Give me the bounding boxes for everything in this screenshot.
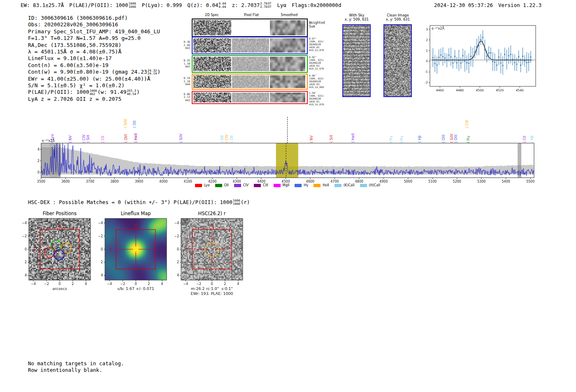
with-sky-panel [342, 24, 371, 97]
info-text: ID: 3006309616 (3006309616.pdf) [28, 15, 128, 21]
fiber-positions-title: Fiber Positions [43, 211, 77, 216]
lineflux-map-title: Lineflux Map [121, 211, 151, 216]
line-label-heii: ( HeII [351, 133, 355, 143]
header-plae-frac: 1000 1000 [128, 2, 136, 9]
info-text: (w: 91.49 [98, 89, 126, 95]
info-frac: 1000462 [90, 89, 97, 96]
cutout-2d-left-label: 0.192.10044 [179, 77, 190, 86]
line-label-heii: ( HeII [134, 133, 138, 143]
cutout-2d-cell [193, 75, 231, 88]
right-label-line: 0.96" [309, 74, 324, 77]
catalog-match-line: HSC-DEX : Possible Matches = 0 (within +… [28, 199, 250, 206]
legend-item: OII [215, 183, 229, 187]
hsc-cutout-panel [172, 216, 248, 298]
line-label-hβ: ( Hβ [530, 135, 534, 143]
cutout-2d-cell [232, 20, 269, 35]
info-text: F=1.3" T=0.127 N=1.57 A=0.95 g=25.0 [28, 35, 141, 42]
legend-label: (H)CaII [369, 183, 380, 187]
info-text: S/N = 5.1(±0.5) χ² = 1.0(±0.2) [28, 82, 125, 89]
header-plya: P(Lyα): 0.999 [142, 2, 182, 8]
legend-item: MgII [274, 183, 290, 187]
info-line: F=1.3" T=0.127 N=1.57 A=0.95 g=25.0 [28, 35, 160, 42]
header-flags: Flags:0x2000000d [292, 2, 341, 8]
legend-label: Lyα [204, 183, 210, 187]
line-label-siiv: ( SiIV [450, 134, 454, 143]
info-line: Cont(n) = 6.00(±3.50)e-19 [28, 62, 160, 69]
cutout-2d-cell [232, 93, 269, 102]
footer-note: No matching targets in catalog. Row inte… [28, 360, 124, 373]
legend-item: Lyα [195, 183, 210, 187]
cutout-2d-cell [193, 93, 231, 102]
header-version: Version 1.22.3 [498, 2, 541, 8]
legend-label: MgII [283, 183, 290, 187]
info-text: EWr = 41.00(±25.00) (w: 25.00(±4.40))Å [28, 76, 150, 82]
right-label-line: v026_03 [309, 64, 324, 67]
cutout-2d-right-label: 0.92"(509, 631)20200228v026_03419_LU_070 [309, 56, 324, 70]
legend-swatch [334, 184, 341, 187]
cutout-2d-cell [270, 20, 305, 35]
right-label-line: (509, 631) [309, 40, 324, 43]
cutout-2d-left-label: 0.251.34043 [179, 59, 190, 69]
legend-label: CIII [263, 183, 268, 187]
legend-item: HeII [314, 183, 329, 187]
cutout-2d-cell [193, 38, 231, 53]
info-text: ) [157, 69, 160, 75]
cutout-2d-left-label: 0.362.99043 [179, 41, 190, 50]
line-label-hβ: ( Hβ [418, 135, 422, 143]
line-label-oii: ( OII [230, 135, 234, 143]
info-line: Cont(w) = 9.90(±0.80)e-19 (gmag 24.23 24… [28, 69, 160, 75]
col-header-pixelflat: Pixel Flat [244, 13, 259, 17]
info-frac: 265.340.54 [127, 89, 136, 96]
legend-swatch [314, 184, 321, 187]
header-z: z: 2.7037 2.7037 2.7037 [232, 2, 272, 9]
line-label-siiv: ( SiIV [179, 134, 183, 143]
legend-item: (K)CaII [334, 183, 355, 187]
left-label-line: 043 [179, 99, 190, 102]
line-label-nv: ( NV [309, 135, 314, 143]
info-text: RA,Dec (173.551086,50.755928) [28, 42, 121, 49]
right-label-line: Weighted [309, 21, 325, 25]
right-label-line: Sum [309, 25, 325, 28]
legend-swatch [360, 184, 367, 187]
lineflux-map-panel [96, 216, 172, 298]
clean-image-image [384, 25, 411, 96]
info-line: Obs: 20200228v026_3006309616 [28, 21, 160, 28]
full-spectrum-plot [36, 138, 539, 187]
line-label-siii: ( SiII [86, 135, 90, 143]
line-label-siiv: ( SiIV [123, 119, 128, 128]
line-label-nv: ( NV [68, 135, 72, 143]
right-label-line: 20200228 [309, 80, 324, 83]
legend-swatch [274, 184, 281, 187]
cutout-2d-cell [232, 38, 269, 53]
cutout-2d-cell [193, 20, 231, 35]
legend-item: CIV [234, 183, 249, 187]
right-label-line: 20200228 [309, 61, 324, 64]
line-label-hγ: ( Hγ [389, 136, 393, 143]
col-header-2dspec: 2D Spec [205, 13, 218, 17]
legend-item: Hγ [295, 183, 308, 187]
cutout-2d-right-label: 1.59"(509, 631)20200228v026_01419_LU_070 [309, 91, 324, 106]
with-sky-title: With Sky x, y: 509, 631 [345, 14, 369, 21]
line-label-cii: ( CII [101, 136, 105, 143]
right-label-line: 20200228 [309, 97, 324, 100]
line-label-oii: ( OII [220, 135, 224, 143]
cutout-2d-row [192, 37, 308, 54]
info-text: Obs: 20200228v026_3006309616 [28, 21, 118, 28]
right-label-line: (509, 622) [309, 77, 324, 80]
frac-bottom: 24.14 [148, 72, 157, 75]
legend-swatch [234, 184, 241, 187]
left-label-line: 043 [179, 47, 190, 50]
cutout-2d-cell [232, 75, 269, 88]
right-label-line: 0.92" [309, 56, 324, 58]
header-qz-frac: 0.04 0.04 [219, 2, 226, 9]
line-label-ciii: ( CIII [465, 120, 469, 128]
line-label-oiii: ( OIII [454, 135, 458, 143]
header-plae: P(LAE)/P(OII): 1000 1000 1000 [69, 2, 136, 9]
info-text: λ = 4501.15Å σ = 4.08(±0.75)Å [28, 49, 121, 55]
cutout-2d-cell [270, 38, 305, 53]
legend-label: CIV [243, 183, 249, 187]
cutout-2d-row [192, 74, 308, 90]
info-line: P(LAE)/P(OII): 1000 1000462 (w: 91.49 26… [28, 89, 160, 95]
cutout-2d-row [192, 91, 308, 104]
info-line: EWr = 41.00(±25.00) (w: 25.00(±4.40))Å [28, 76, 160, 82]
